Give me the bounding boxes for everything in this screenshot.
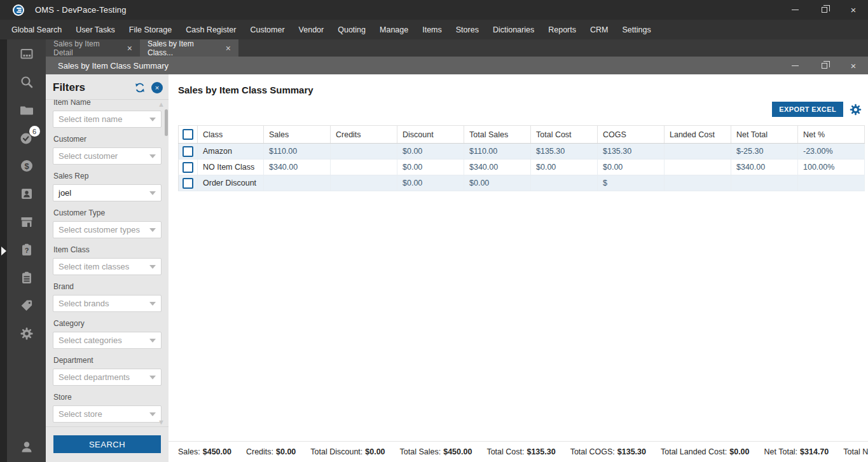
inner-minimize-button[interactable] [780, 57, 809, 74]
menu-crm[interactable]: CRM [583, 22, 615, 38]
tab-close-icon[interactable]: × [127, 43, 132, 53]
col-net-pct[interactable]: Net % [798, 126, 865, 144]
menu-settings[interactable]: Settings [615, 22, 658, 38]
category-select[interactable]: Select categories [53, 332, 162, 349]
sidebar-item-tasks[interactable]: 6 [19, 130, 34, 146]
filter-label-category: Category [53, 319, 162, 328]
search-icon [19, 74, 34, 90]
customer-card-icon [19, 186, 34, 201]
table-row[interactable]: Amazon $110.00 $0.00 $110.00 $135.30 $13… [179, 144, 865, 160]
menu-cash-register[interactable]: Cash Register [179, 22, 243, 38]
sidebar-item-orders[interactable] [19, 270, 34, 285]
total-cogs-summary: Total COGS:$135.30 [570, 447, 646, 456]
filter-label-sales-rep: Sales Rep [53, 172, 162, 180]
report-settings-gear-icon[interactable] [849, 103, 862, 116]
item-class-select[interactable]: Select item classes [53, 258, 162, 275]
sidebar-item-sales[interactable]: $ [19, 158, 34, 173]
refresh-icon[interactable] [134, 82, 146, 93]
inner-window-title-bar: Sales by Item Class Summary × [46, 57, 868, 74]
svg-text:$: $ [24, 161, 29, 171]
department-select[interactable]: Select departments [53, 369, 162, 386]
sidebar-item-dashboard[interactable] [19, 46, 34, 62]
col-discount[interactable]: Discount [397, 126, 464, 144]
menu-dictionaries[interactable]: Dictionaries [486, 22, 541, 38]
report-area: Sales by Item Class Summary EXPORT EXCEL [169, 74, 868, 462]
dashboard-icon [19, 46, 34, 62]
chevron-down-icon [149, 412, 156, 416]
menu-manage[interactable]: Manage [373, 22, 415, 38]
col-class[interactable]: Class [198, 126, 264, 144]
sidebar-item-search[interactable] [19, 74, 34, 90]
menu-file-storage[interactable]: File Storage [122, 22, 179, 38]
minimize-button[interactable] [780, 0, 809, 20]
search-button[interactable]: SEARCH [53, 435, 161, 453]
export-excel-button[interactable]: EXPORT EXCEL [772, 102, 843, 117]
table-row[interactable]: Order Discount $0.00 $0.00 $ [179, 175, 865, 191]
total-sales-total-summary: Total Sales:$450.00 [400, 447, 472, 456]
customer-select[interactable]: Select customer [53, 147, 162, 165]
row-checkbox[interactable] [183, 162, 193, 173]
sidebar-item-store[interactable] [19, 214, 34, 229]
task-count-badge: 6 [29, 126, 40, 137]
report-toolbar: EXPORT EXCEL [169, 102, 862, 117]
tab-sales-by-item-detail[interactable]: Sales by Item Detail × [46, 39, 140, 57]
restore-button[interactable] [809, 0, 839, 20]
sidebar-item-user[interactable] [19, 439, 34, 454]
menu-global-search[interactable]: Global Search [4, 22, 69, 38]
menu-stores[interactable]: Stores [449, 22, 486, 38]
scroll-up-chevron-icon[interactable]: ▲ [158, 100, 165, 108]
sidebar-item-settings[interactable] [19, 326, 34, 341]
inner-restore-button[interactable] [809, 57, 839, 74]
user-icon [19, 439, 34, 454]
dollar-icon: $ [19, 158, 34, 173]
menu-quoting[interactable]: Quoting [331, 22, 373, 38]
sidebar-item-customers[interactable] [19, 186, 34, 201]
store-select[interactable]: Select store [53, 405, 162, 423]
close-icon: × [851, 4, 857, 15]
menu-vendor[interactable]: Vendor [292, 22, 331, 38]
item-name-select[interactable]: Select item name [53, 111, 162, 128]
panel-expander-arrow-icon[interactable] [1, 247, 6, 255]
row-checkbox[interactable] [183, 178, 193, 189]
filters-scroll-area[interactable]: ▲ Item Name Select item name Customer Se… [46, 100, 169, 426]
store-icon [19, 214, 34, 229]
col-credits[interactable]: Credits [331, 126, 397, 144]
menu-reports[interactable]: Reports [541, 22, 583, 38]
brand-select[interactable]: Select brands [53, 295, 162, 312]
folder-icon [19, 102, 34, 118]
chevron-down-icon [149, 376, 156, 379]
menu-bar: Global Search User Tasks File Storage Ca… [0, 20, 868, 39]
filter-label-store: Store [53, 393, 162, 402]
menu-items[interactable]: Items [415, 22, 449, 38]
close-button[interactable]: × [839, 0, 868, 20]
inner-close-button[interactable]: × [839, 57, 868, 74]
scroll-down-chevron-icon[interactable]: ▼ [158, 418, 165, 426]
col-total-cost[interactable]: Total Cost [531, 126, 598, 144]
tab-sales-by-item-class[interactable]: Sales by Item Class... × [140, 39, 238, 57]
sales-rep-select[interactable]: joel [53, 184, 162, 201]
menu-user-tasks[interactable]: User Tasks [69, 22, 122, 38]
col-cogs[interactable]: COGS [598, 126, 665, 144]
chevron-down-icon [149, 118, 156, 121]
chevron-down-icon [149, 154, 156, 158]
sidebar-item-tags[interactable] [19, 298, 34, 313]
sidebar-item-files[interactable] [19, 102, 34, 118]
sidebar-item-purchase-help[interactable]: ? [19, 242, 34, 257]
filters-close-icon[interactable]: × [151, 82, 163, 93]
col-sales[interactable]: Sales [264, 126, 331, 144]
menu-customer[interactable]: Customer [243, 22, 291, 38]
col-landed-cost[interactable]: Landed Cost [665, 126, 731, 144]
chevron-down-icon [149, 228, 156, 232]
tab-close-icon[interactable]: × [226, 43, 231, 53]
restore-icon [822, 63, 827, 69]
title-bar: OMS - DevPace-Testing × [0, 0, 868, 20]
minimize-icon [792, 10, 799, 10]
table-row[interactable]: NO Item Class $340.00 $0.00 $340.00 $0.0… [179, 160, 865, 175]
sidebar-icon-rail: 6 $ ? [7, 39, 46, 462]
row-checkbox[interactable] [183, 146, 193, 157]
filters-scrollbar[interactable] [165, 109, 168, 136]
select-all-checkbox[interactable] [183, 129, 193, 140]
customer-type-select[interactable]: Select customer types [53, 221, 162, 238]
col-net-total[interactable]: Net Total [731, 126, 798, 144]
col-total-sales[interactable]: Total Sales [464, 126, 531, 144]
